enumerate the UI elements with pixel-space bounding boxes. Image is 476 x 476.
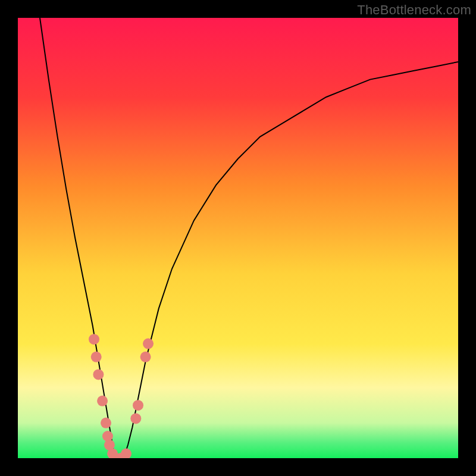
data-marker bbox=[102, 431, 113, 441]
gradient-background bbox=[18, 18, 458, 458]
chart-frame: TheBottleneck.com bbox=[0, 0, 476, 476]
bottleneck-curve-chart bbox=[18, 18, 458, 458]
data-marker bbox=[89, 334, 99, 345]
data-marker bbox=[140, 352, 151, 362]
data-marker bbox=[101, 418, 111, 428]
data-marker bbox=[97, 396, 108, 406]
data-marker bbox=[93, 369, 104, 380]
data-marker bbox=[133, 400, 143, 411]
data-marker bbox=[130, 413, 141, 424]
data-marker bbox=[143, 339, 154, 349]
data-marker bbox=[91, 352, 102, 362]
watermark-text: TheBottleneck.com bbox=[357, 2, 471, 18]
